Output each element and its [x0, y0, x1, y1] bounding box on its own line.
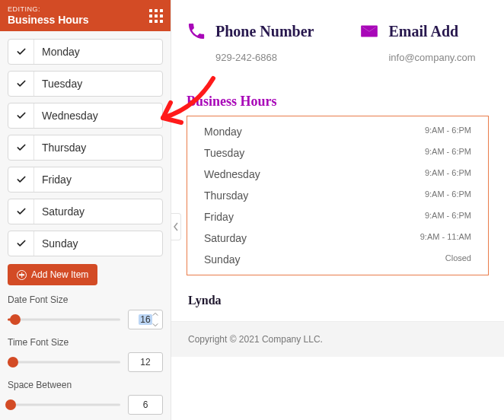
- add-new-item-button[interactable]: Add New Item: [8, 264, 97, 285]
- footer-copyright: Copyright © 2021 Company LLC.: [171, 321, 504, 357]
- business-hours-box: Monday9:AM - 6:PM Tuesday9:AM - 6:PM Wed…: [187, 116, 489, 275]
- hours-row: Wednesday9:AM - 6:PM: [187, 164, 488, 185]
- collapse-sidebar-handle[interactable]: [171, 213, 181, 240]
- day-label[interactable]: Tuesday: [34, 72, 162, 96]
- day-row-wednesday[interactable]: Wednesday: [8, 103, 163, 129]
- day-label[interactable]: Friday: [34, 167, 162, 192]
- day-row-thursday[interactable]: Thursday: [8, 135, 163, 161]
- day-label[interactable]: Saturday: [34, 199, 162, 224]
- phone-block: Phone Number 929-242-6868: [187, 21, 314, 63]
- hours-row: Thursday9:AM - 6:PM: [187, 185, 488, 206]
- email-icon: [359, 21, 379, 41]
- hours-row: Tuesday9:AM - 6:PM: [187, 142, 488, 164]
- phone-icon: [187, 21, 206, 41]
- page-preview: Phone Number 929-242-6868 Email Add info…: [171, 0, 504, 420]
- signature: Lynda: [171, 275, 504, 317]
- space-between-label: Space Between: [8, 380, 163, 390]
- phone-value: 929-242-6868: [215, 52, 314, 63]
- day-label[interactable]: Monday: [34, 40, 162, 64]
- space-between-input[interactable]: 6: [128, 395, 163, 415]
- spinner-icon[interactable]: [152, 312, 160, 327]
- day-row-monday[interactable]: Monday: [8, 39, 163, 65]
- check-icon[interactable]: [8, 72, 34, 96]
- email-value: info@company.com: [388, 52, 475, 63]
- time-font-size-label: Time Font Size: [8, 337, 163, 348]
- day-label[interactable]: Sunday: [34, 231, 162, 256]
- date-font-size-input[interactable]: 16: [128, 310, 163, 329]
- day-row-saturday[interactable]: Saturday: [8, 199, 163, 224]
- sidebar-header: EDITING: Business Hours: [0, 0, 171, 31]
- editing-title: Business Hours: [8, 14, 89, 26]
- chevron-left-icon: [173, 222, 179, 231]
- day-row-sunday[interactable]: Sunday: [8, 231, 163, 256]
- days-list: Monday Tuesday Wednesday Thursday Friday…: [8, 39, 163, 256]
- editing-eyebrow: EDITING:: [8, 5, 89, 13]
- day-row-friday[interactable]: Friday: [8, 167, 163, 192]
- hours-row: Saturday9:AM - 11:AM: [187, 228, 488, 249]
- plus-circle-icon: [17, 270, 27, 280]
- date-font-size-slider[interactable]: [8, 318, 120, 321]
- hours-row: Friday9:AM - 6:PM: [187, 206, 488, 228]
- time-font-size-slider[interactable]: [8, 361, 120, 364]
- hours-row: Monday9:AM - 6:PM: [187, 121, 488, 142]
- date-font-size-label: Date Font Size: [8, 294, 163, 305]
- check-icon[interactable]: [8, 40, 34, 64]
- check-icon[interactable]: [8, 103, 34, 128]
- phone-heading: Phone Number: [215, 23, 314, 40]
- check-icon[interactable]: [8, 231, 34, 256]
- drag-grip-icon[interactable]: [149, 9, 163, 23]
- editor-sidebar: EDITING: Business Hours Monday Tuesday W…: [0, 0, 171, 420]
- hours-row: SundayClosed: [187, 249, 488, 270]
- day-label[interactable]: Wednesday: [34, 103, 162, 128]
- check-icon[interactable]: [8, 199, 34, 224]
- add-label: Add New Item: [31, 269, 88, 280]
- business-hours-title: Business Hours: [171, 94, 504, 110]
- check-icon[interactable]: [8, 167, 34, 192]
- space-between-slider[interactable]: [8, 403, 120, 406]
- day-label[interactable]: Thursday: [34, 135, 162, 160]
- email-block: Email Add info@company.com: [359, 21, 475, 63]
- email-heading: Email Add: [388, 23, 458, 40]
- check-icon[interactable]: [8, 135, 34, 160]
- time-font-size-input[interactable]: 12: [128, 352, 163, 372]
- day-row-tuesday[interactable]: Tuesday: [8, 71, 163, 97]
